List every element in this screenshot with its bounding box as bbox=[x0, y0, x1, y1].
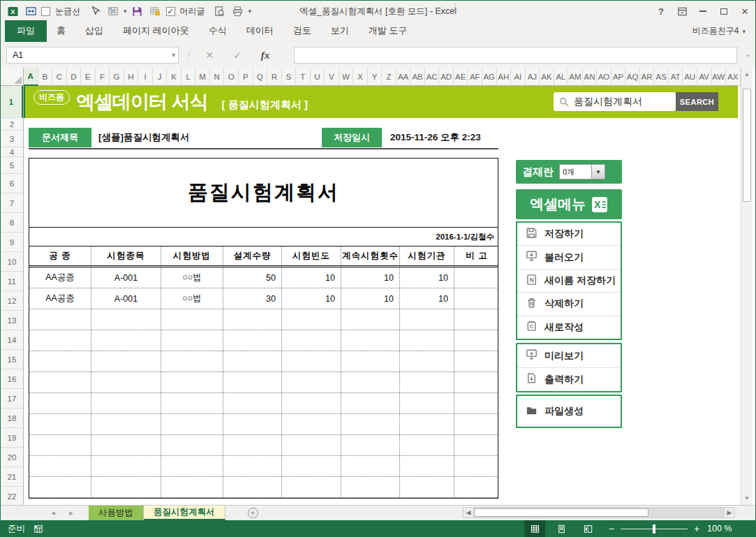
table-cell[interactable] bbox=[161, 393, 223, 413]
ribbon-tab-보기[interactable]: 보기 bbox=[321, 20, 359, 42]
tab-bar-divider[interactable]: ⋮ bbox=[451, 2, 459, 12]
table-cell[interactable] bbox=[399, 351, 454, 372]
table-cell[interactable] bbox=[161, 477, 223, 497]
horizontal-scrollbar[interactable]: ◀ ▶ bbox=[463, 507, 735, 518]
table-cell[interactable] bbox=[281, 414, 341, 434]
table-header-cell[interactable]: 시험종목 bbox=[91, 247, 161, 265]
table-header-cell[interactable]: 비 고 bbox=[454, 247, 498, 265]
column-header-I[interactable]: I bbox=[138, 68, 153, 86]
scroll-right-icon[interactable]: ▶ bbox=[725, 508, 734, 517]
minimize-button[interactable] bbox=[692, 1, 713, 22]
table-cell[interactable] bbox=[91, 435, 161, 455]
table-cell[interactable] bbox=[29, 372, 91, 392]
table-cell[interactable]: 10 bbox=[399, 267, 454, 288]
column-header-AH[interactable]: AH bbox=[497, 68, 512, 86]
search-input[interactable] bbox=[574, 96, 665, 108]
table-cell[interactable] bbox=[91, 393, 161, 413]
table-cell[interactable] bbox=[399, 309, 454, 330]
account-menu[interactable]: 비즈폼친구4 ▾ bbox=[692, 25, 755, 42]
table-cell[interactable]: A-001 bbox=[91, 288, 161, 309]
column-header-O[interactable]: O bbox=[224, 68, 239, 86]
column-header-AW[interactable]: AW bbox=[712, 68, 727, 86]
table-cell[interactable] bbox=[454, 288, 498, 309]
table-cell[interactable] bbox=[341, 309, 399, 330]
table-cell[interactable] bbox=[341, 414, 399, 434]
name-box-caret-icon[interactable]: ▾ bbox=[172, 47, 175, 63]
column-header-D[interactable]: D bbox=[67, 68, 82, 86]
table-cell[interactable] bbox=[454, 372, 498, 392]
column-header-S[interactable]: S bbox=[282, 68, 297, 86]
table-cell[interactable] bbox=[454, 351, 498, 372]
fit-window-icon[interactable] bbox=[23, 4, 38, 18]
column-header-AN[interactable]: AN bbox=[583, 68, 598, 86]
table-cell[interactable] bbox=[29, 414, 91, 434]
column-header-G[interactable]: G bbox=[110, 68, 124, 86]
table-cell[interactable]: ○○법 bbox=[161, 288, 223, 309]
row-header-9[interactable]: 9 bbox=[1, 233, 23, 252]
table-cell[interactable] bbox=[281, 309, 341, 330]
search-button[interactable]: SEARCH bbox=[676, 92, 718, 111]
table-cell[interactable] bbox=[161, 456, 223, 476]
table-cell[interactable] bbox=[223, 435, 281, 455]
column-header-V[interactable]: V bbox=[325, 68, 339, 86]
column-header-Q[interactable]: Q bbox=[253, 68, 268, 86]
table-cell[interactable] bbox=[281, 435, 341, 455]
menu-item[interactable]: C새로작성 bbox=[517, 316, 621, 339]
ribbon-tab-홈[interactable]: 홈 bbox=[47, 20, 75, 42]
insert-function-button[interactable]: fx bbox=[255, 47, 276, 64]
vertical-scrollbar[interactable]: ▲ ▼ bbox=[741, 68, 753, 505]
table-cell[interactable] bbox=[454, 477, 498, 497]
maximize-button[interactable] bbox=[713, 1, 734, 22]
table-cell[interactable] bbox=[91, 309, 161, 330]
column-header-AD[interactable]: AD bbox=[439, 68, 454, 86]
menu-item[interactable]: 출력하기 bbox=[517, 367, 621, 391]
search-box[interactable] bbox=[554, 92, 676, 111]
print-preview-icon[interactable] bbox=[212, 4, 228, 18]
column-header-AU[interactable]: AU bbox=[683, 68, 697, 86]
cursor-icon[interactable] bbox=[87, 4, 103, 18]
row-header-5[interactable]: 5 bbox=[1, 157, 23, 174]
table-cell[interactable] bbox=[29, 435, 91, 455]
table-cell[interactable] bbox=[29, 393, 91, 413]
column-header-F[interactable]: F bbox=[96, 68, 110, 86]
column-header-AK[interactable]: AK bbox=[540, 68, 554, 86]
table-cell[interactable]: ○○법 bbox=[161, 267, 223, 288]
table-cell[interactable] bbox=[341, 393, 399, 413]
table-cell[interactable]: 10 bbox=[281, 288, 341, 309]
table-cell[interactable] bbox=[29, 351, 91, 372]
table-cell[interactable]: 10 bbox=[281, 267, 341, 288]
new-sheet-button[interactable]: + bbox=[248, 508, 258, 518]
menu-item[interactable]: 파일생성 bbox=[517, 396, 621, 427]
column-header-AR[interactable]: AR bbox=[640, 68, 655, 86]
sheet-tab-사용방법[interactable]: 사용방법 bbox=[89, 506, 144, 520]
row-header-1[interactable]: 1 bbox=[1, 86, 23, 118]
table-cell[interactable] bbox=[223, 351, 281, 372]
column-header-AJ[interactable]: AJ bbox=[526, 68, 540, 86]
table-cell[interactable]: 10 bbox=[341, 288, 399, 309]
row-header-3[interactable]: 3 bbox=[1, 131, 23, 147]
column-header-R[interactable]: R bbox=[267, 68, 282, 86]
zoom-slider[interactable] bbox=[621, 529, 688, 529]
table-header-cell[interactable]: 공 종 bbox=[29, 247, 91, 265]
ribbon-tab-데이터[interactable]: 데이터 bbox=[237, 20, 283, 42]
column-header-B[interactable]: B bbox=[38, 68, 53, 86]
zoom-in-button[interactable]: + bbox=[690, 520, 703, 537]
table-cell[interactable] bbox=[281, 330, 341, 351]
table-cell[interactable] bbox=[91, 456, 161, 476]
menu-item[interactable]: 저장하기 bbox=[517, 223, 621, 245]
column-header-E[interactable]: E bbox=[81, 68, 96, 86]
ribbon-display-options-button[interactable] bbox=[672, 1, 692, 22]
table-cell[interactable] bbox=[341, 477, 399, 497]
table-cell[interactable] bbox=[454, 456, 498, 476]
column-header-H[interactable]: H bbox=[124, 68, 139, 86]
cells-grid-caret-icon[interactable]: ▾ bbox=[124, 8, 127, 15]
table-cell[interactable]: 10 bbox=[399, 288, 454, 309]
table-cell[interactable] bbox=[454, 393, 498, 413]
name-box[interactable]: A1 ▾ bbox=[6, 47, 179, 64]
table-cell[interactable] bbox=[223, 372, 281, 392]
column-header-P[interactable]: P bbox=[239, 68, 253, 86]
cells-grid-icon[interactable] bbox=[105, 4, 121, 18]
table-cell[interactable] bbox=[91, 372, 161, 392]
table-cell[interactable] bbox=[29, 477, 91, 497]
table-header-cell[interactable]: 시험방법 bbox=[161, 247, 223, 265]
